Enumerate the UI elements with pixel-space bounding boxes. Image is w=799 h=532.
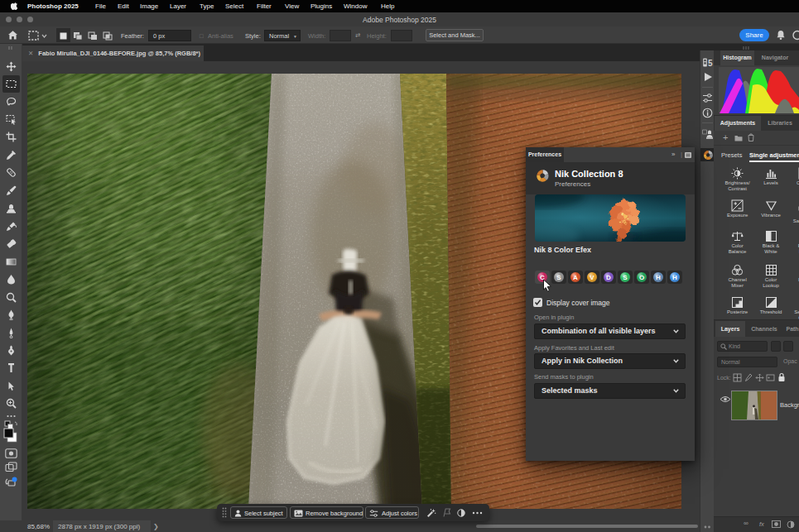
svg-text:H: H (656, 274, 661, 281)
svg-text:S: S (556, 274, 561, 281)
svg-text:S: S (623, 274, 628, 281)
svg-text:5: 5 (708, 59, 713, 68)
svg-text:V: V (590, 274, 594, 281)
svg-text:D: D (606, 274, 611, 281)
svg-text:H: H (672, 274, 677, 281)
svg-text:A: A (573, 274, 578, 281)
svg-text:O: O (639, 274, 644, 281)
